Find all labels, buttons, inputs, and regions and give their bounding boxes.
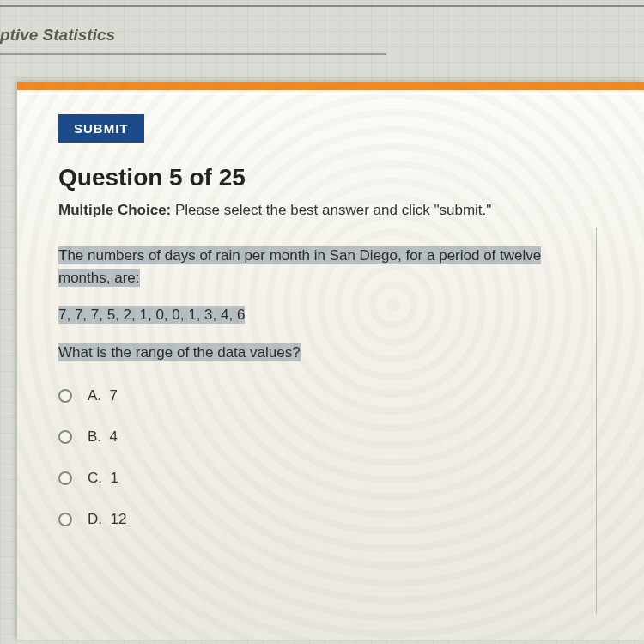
question-heading: Question 5 of 25: [58, 164, 644, 191]
section-title: ptive Statistics: [0, 26, 115, 45]
question-instruction: Multiple Choice: Please select the best …: [58, 202, 644, 219]
option-label: D. 12: [88, 511, 126, 528]
radio-icon: [58, 430, 72, 444]
option-b[interactable]: B. 4: [58, 428, 644, 446]
top-window-border: [0, 5, 644, 7]
submit-button[interactable]: SUBMIT: [58, 114, 144, 143]
option-d[interactable]: D. 12: [58, 511, 644, 528]
accent-bar: [17, 82, 644, 90]
radio-icon: [58, 513, 72, 526]
option-label: B. 4: [88, 428, 118, 446]
option-c[interactable]: C. 1: [58, 470, 644, 487]
option-label: A. 7: [88, 387, 118, 404]
option-a[interactable]: A. 7: [58, 387, 644, 404]
radio-icon: [58, 389, 72, 403]
prompt-data: 7, 7, 7, 5, 2, 1, 0, 0, 1, 3, 4, 6: [58, 306, 245, 324]
header-divider: [0, 53, 386, 55]
prompt-intro: The numbers of days of rain per month in…: [58, 246, 541, 287]
question-type-label: Multiple Choice:: [58, 202, 171, 218]
option-label: C. 1: [88, 470, 118, 487]
instruction-text: Please select the best answer and click …: [171, 202, 491, 218]
radio-icon: [58, 471, 72, 485]
content-panel: SUBMIT Question 5 of 25 Multiple Choice:…: [17, 82, 644, 640]
options-group: A. 7 B. 4 C. 1 D. 12: [58, 387, 644, 528]
right-divider: [596, 228, 597, 614]
prompt-question: What is the range of the data values?: [58, 343, 301, 361]
question-body: The numbers of days of rain per month in…: [58, 245, 603, 363]
